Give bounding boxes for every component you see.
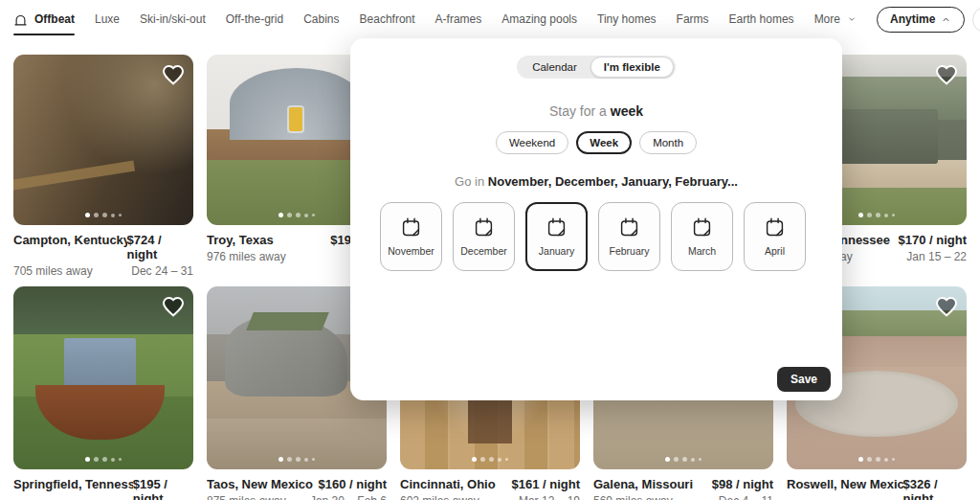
month-card-march[interactable]: March bbox=[671, 202, 733, 271]
photo-pagination-dots[interactable] bbox=[278, 213, 315, 217]
nav-item-amazing-pools[interactable]: Amazing pools bbox=[501, 0, 577, 38]
listing-photo[interactable] bbox=[13, 286, 193, 469]
guests-button[interactable]: Guests bbox=[972, 7, 980, 33]
listing-card-springfield: Springfield, Tennessee$195 / night 677 m… bbox=[13, 286, 193, 500]
listing-name[interactable]: Galena, Missouri bbox=[593, 477, 693, 491]
listing-dates: Jan 30 – Feb 6 bbox=[310, 494, 387, 500]
listing-price: $170 / night bbox=[898, 233, 967, 247]
calendar-icon bbox=[546, 216, 568, 239]
month-card-april[interactable]: April bbox=[744, 202, 806, 271]
nav-item-label: Offbeat bbox=[34, 12, 75, 26]
listing-name[interactable]: Cincinnati, Ohio bbox=[400, 477, 496, 491]
month-card-december[interactable]: December bbox=[453, 202, 515, 271]
listing-card-campton: Campton, Kentucky$724 / night 705 miles … bbox=[13, 55, 193, 278]
listing-caption: Springfield, Tennessee$195 / night 677 m… bbox=[13, 477, 193, 500]
month-card-november[interactable]: November bbox=[380, 202, 442, 271]
calendar-icon bbox=[400, 216, 422, 239]
anytime-button[interactable]: Anytime bbox=[877, 7, 965, 33]
photo-pagination-dots[interactable] bbox=[858, 213, 895, 217]
category-nav: Offbeat Luxe Ski-in/ski-out Off-the-grid… bbox=[0, 0, 980, 38]
listing-dates: Dec 24 – 31 bbox=[131, 264, 193, 278]
heart-icon[interactable] bbox=[162, 63, 185, 86]
listing-distance: 705 miles away bbox=[13, 264, 93, 278]
listing-photo[interactable] bbox=[13, 55, 193, 225]
calendar-icon bbox=[691, 216, 713, 239]
listing-distance: 875 miles away bbox=[207, 494, 286, 500]
photo-pagination-dots[interactable] bbox=[85, 213, 122, 217]
listing-name[interactable]: Springfield, Tennessee bbox=[13, 477, 133, 491]
listing-caption: Taos, New Mexico$160 / night 875 miles a… bbox=[207, 477, 387, 500]
listing-price: $724 / night bbox=[127, 233, 193, 261]
listing-caption: Cincinnati, Ohio$161 / night 602 miles a… bbox=[400, 477, 580, 500]
nav-item-aframes[interactable]: A-frames bbox=[435, 0, 482, 38]
listing-price: $98 / night bbox=[712, 477, 773, 491]
photo-pagination-dots[interactable] bbox=[85, 457, 122, 462]
nav-item-beachfront[interactable]: Beachfront bbox=[360, 0, 415, 38]
nav-item-earth-homes[interactable]: Earth homes bbox=[729, 0, 794, 38]
listing-price: $161 / night bbox=[511, 477, 580, 491]
nav-item-luxe[interactable]: Luxe bbox=[95, 0, 120, 38]
nav-item-cabins[interactable]: Cabins bbox=[303, 0, 339, 38]
nav-item-ski[interactable]: Ski-in/ski-out bbox=[140, 0, 206, 38]
nav-item-offgrid[interactable]: Off-the-grid bbox=[226, 0, 283, 38]
listing-name[interactable]: Taos, New Mexico bbox=[207, 477, 313, 491]
nav-item-offbeat[interactable]: Offbeat bbox=[13, 0, 75, 38]
listing-caption: Campton, Kentucky$724 / night 705 miles … bbox=[13, 233, 193, 278]
listing-name[interactable]: Troy, Texas bbox=[207, 233, 274, 247]
stay-duration-heading: Stay for a week bbox=[350, 103, 842, 119]
calendar-icon bbox=[618, 216, 640, 239]
photo-pagination-dots[interactable] bbox=[858, 457, 895, 462]
duration-week-button[interactable]: Week bbox=[576, 131, 632, 154]
month-card-january[interactable]: January bbox=[525, 202, 588, 271]
month-card-february[interactable]: February bbox=[598, 202, 660, 271]
nav-item-more[interactable]: More bbox=[814, 0, 857, 38]
month-options: November December January February March… bbox=[350, 202, 842, 271]
listing-distance: 569 miles away bbox=[593, 494, 673, 500]
chevron-down-icon bbox=[847, 14, 857, 24]
nav-item-tiny-homes[interactable]: Tiny homes bbox=[597, 0, 657, 38]
duration-options: Weekend Week Month bbox=[350, 131, 842, 154]
listing-distance: 976 miles away bbox=[207, 250, 286, 263]
listing-name[interactable]: Campton, Kentucky bbox=[13, 233, 127, 247]
listing-dates: Mar 12 – 19 bbox=[519, 494, 580, 500]
date-mode-tabs: Calendar I'm flexible bbox=[517, 56, 676, 79]
duration-weekend-button[interactable]: Weekend bbox=[496, 131, 568, 154]
heart-icon[interactable] bbox=[935, 63, 958, 86]
heart-icon[interactable] bbox=[162, 295, 185, 318]
listing-dates: Jan 15 – 22 bbox=[906, 250, 967, 263]
tab-calendar[interactable]: Calendar bbox=[519, 61, 590, 73]
cave-icon bbox=[13, 12, 28, 27]
nav-actions: Anytime Guests Filters bbox=[877, 7, 980, 33]
listing-caption: Galena, Missouri$98 / night 569 miles aw… bbox=[593, 477, 773, 500]
listing-dates: Dec 4 – 11 bbox=[719, 494, 773, 500]
listing-caption: Roswell, New Mexico$326 / night 988 mile… bbox=[787, 477, 967, 500]
save-button[interactable]: Save bbox=[777, 367, 831, 392]
heart-icon[interactable] bbox=[935, 295, 958, 318]
nav-item-farms[interactable]: Farms bbox=[677, 0, 709, 38]
photo-pagination-dots[interactable] bbox=[472, 457, 508, 462]
calendar-icon bbox=[473, 216, 495, 239]
listing-name[interactable]: Roswell, New Mexico bbox=[787, 477, 903, 491]
listing-price: $160 / night bbox=[318, 477, 387, 491]
duration-month-button[interactable]: Month bbox=[639, 131, 697, 154]
listing-distance: 602 miles away bbox=[400, 494, 479, 500]
go-in-heading: Go in November, December, January, Febru… bbox=[350, 174, 842, 189]
date-picker-modal: Calendar I'm flexible Stay for a week We… bbox=[350, 38, 842, 400]
calendar-icon bbox=[764, 216, 786, 239]
photo-pagination-dots[interactable] bbox=[278, 457, 315, 462]
listing-price: $195 / night bbox=[133, 477, 193, 500]
chevron-up-icon bbox=[941, 14, 951, 25]
photo-pagination-dots[interactable] bbox=[665, 457, 702, 462]
listing-price: $326 / night bbox=[903, 477, 967, 500]
tab-im-flexible[interactable]: I'm flexible bbox=[590, 57, 674, 78]
